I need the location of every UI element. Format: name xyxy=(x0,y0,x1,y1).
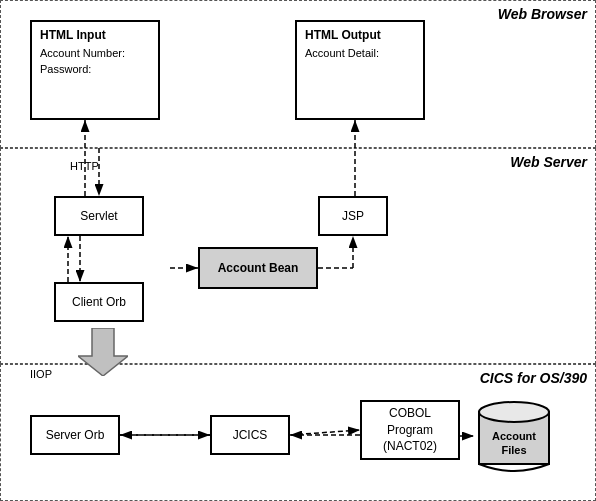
svg-text:Files: Files xyxy=(501,444,526,456)
client-orb-label: Client Orb xyxy=(72,295,126,309)
cobol-box: COBOL Program (NACT02) xyxy=(360,400,460,460)
client-orb-box: Client Orb xyxy=(54,282,144,322)
jcics-label: JCICS xyxy=(233,428,268,442)
html-input-line3: Password: xyxy=(40,63,91,75)
band-browser-label: Web Browser xyxy=(498,6,587,22)
jsp-box: JSP xyxy=(318,196,388,236)
svg-point-1 xyxy=(479,402,549,422)
svg-text:Account: Account xyxy=(492,430,536,442)
servlet-box: Servlet xyxy=(54,196,144,236)
jcics-box: JCICS xyxy=(210,415,290,455)
html-output-title: HTML Output xyxy=(305,28,381,42)
svg-marker-4 xyxy=(78,328,128,376)
http-label: HTTP xyxy=(70,160,99,172)
cobol-line3: (NACT02) xyxy=(383,438,437,455)
server-orb-box: Server Orb xyxy=(30,415,120,455)
servlet-label: Servlet xyxy=(80,209,117,223)
account-bean-label: Account Bean xyxy=(218,261,299,275)
html-output-line1: Account Detail: xyxy=(305,47,379,59)
iiop-arrow xyxy=(78,328,128,376)
jsp-label: JSP xyxy=(342,209,364,223)
band-server-label: Web Server xyxy=(510,154,587,170)
account-bean-box: Account Bean xyxy=(198,247,318,289)
html-input-title: HTML Input xyxy=(40,28,106,42)
cobol-line1: COBOL xyxy=(383,405,437,422)
html-input-line1: Account Number: xyxy=(40,47,125,59)
html-input-box: HTML Input Account Number: Password: xyxy=(30,20,160,120)
band-cics-label: CICS for OS/390 xyxy=(480,370,587,386)
html-output-box: HTML Output Account Detail: xyxy=(295,20,425,120)
account-files-cylinder: Account Files xyxy=(474,400,554,472)
server-orb-label: Server Orb xyxy=(46,428,105,442)
diagram: Web Browser Web Server CICS for OS/390 H… xyxy=(0,0,596,501)
iiop-label: IIOP xyxy=(30,368,52,380)
cobol-line2: Program xyxy=(383,422,437,439)
